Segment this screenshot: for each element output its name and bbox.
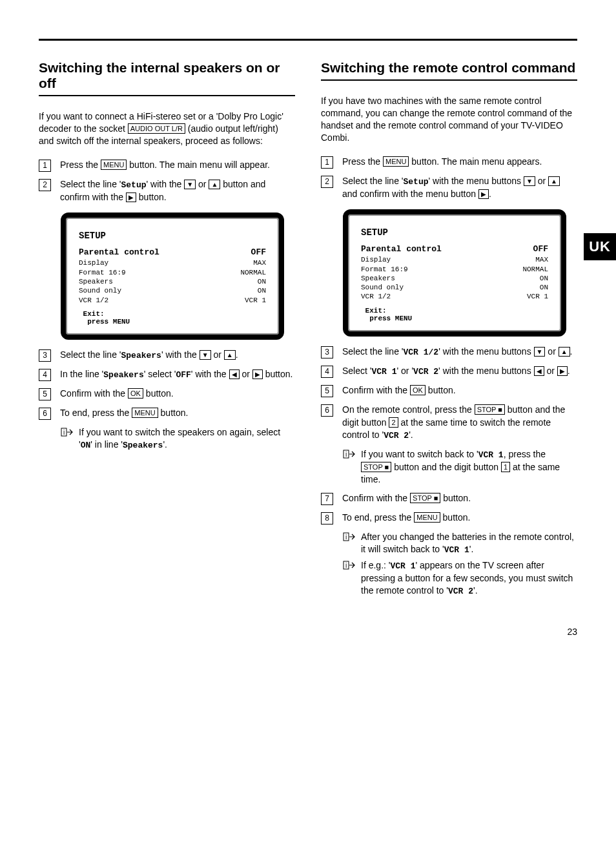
audio-out-key: AUDIO OUT L/R xyxy=(128,123,185,134)
right-arrow-icon: ▶ xyxy=(126,192,136,202)
text: . xyxy=(236,349,238,360)
tip-text: If e.g.: 'VCR 1' appears on the TV scree… xyxy=(361,559,577,597)
step-number: 5 xyxy=(321,385,333,397)
text: Exit: xyxy=(83,310,105,318)
step-6: 6 On the remote control, press the STOP … xyxy=(321,404,577,442)
text: button. xyxy=(143,388,174,399)
text: If e.g.: ' xyxy=(361,560,390,570)
step-number: 4 xyxy=(39,369,51,381)
label: Display xyxy=(361,255,391,264)
text: '. xyxy=(469,544,474,554)
right-arrow-icon: ▶ xyxy=(557,366,568,376)
step-number: 6 xyxy=(321,404,333,417)
text: or xyxy=(211,349,224,360)
step-text: Select 'VCR 1' or 'VCR 2' with the menu … xyxy=(342,365,570,378)
text: Press the xyxy=(60,160,101,170)
text: . xyxy=(570,346,573,357)
screen-row: VCR 1/2VCR 1 xyxy=(361,292,548,301)
mono: VCR 2 xyxy=(448,587,473,596)
value: MAX xyxy=(253,258,266,267)
step-number: 8 xyxy=(321,512,333,524)
text: '. xyxy=(473,585,478,596)
text: ' with the xyxy=(161,349,200,360)
text: Select the line ' xyxy=(342,346,404,357)
label: Format 16:9 xyxy=(79,268,126,277)
top-rule xyxy=(39,39,577,41)
text: On the remote control, press the xyxy=(342,404,475,415)
menu-key: MENU xyxy=(132,408,158,418)
label: Speakers xyxy=(361,274,395,283)
step-2: 2 Select the line 'Setup' with the ▼ or … xyxy=(39,178,295,204)
screen-row: VCR 1/2VCR 1 xyxy=(79,296,266,305)
menu-key: MENU xyxy=(414,512,440,523)
ok-key: OK xyxy=(128,388,143,399)
mono: OFF xyxy=(176,370,190,380)
screen-row: Sound onlyON xyxy=(79,286,266,295)
text: button and the digit button xyxy=(391,462,501,472)
left-arrow-icon: ◀ xyxy=(534,366,544,376)
up-arrow-icon: ▲ xyxy=(548,176,560,186)
step-number: 6 xyxy=(39,408,51,420)
digit-key: 2 xyxy=(389,417,398,428)
text: Confirm with the xyxy=(342,493,410,503)
step-4: 4 In the line 'Speakers' select 'OFF' wi… xyxy=(39,368,295,381)
text: ' in line ' xyxy=(90,439,123,450)
text: In the line ' xyxy=(60,369,103,379)
label: VCR 1/2 xyxy=(79,296,108,305)
screen-row: Format 16:9NORMAL xyxy=(361,265,548,274)
text: button. xyxy=(440,512,471,523)
language-tab: UK xyxy=(584,233,616,260)
right-arrow-icon: ▶ xyxy=(252,369,263,379)
screen-title: SETUP xyxy=(361,227,548,238)
right-intro: If you have two machines with the same r… xyxy=(321,95,577,144)
text: '. xyxy=(409,430,413,440)
step-number: 7 xyxy=(321,493,333,505)
text: ' with the menu buttons xyxy=(438,366,533,376)
text: . xyxy=(489,189,491,199)
mono: VCR 1/2 xyxy=(404,348,439,357)
value: ON xyxy=(540,283,548,292)
value: ON xyxy=(258,277,266,286)
text: or xyxy=(240,369,252,379)
step-1: 1 Press the MENU button. The main menu a… xyxy=(321,156,577,169)
screen-title: SETUP xyxy=(79,231,266,241)
step-number: 4 xyxy=(321,366,333,378)
step-text: Select the line 'Setup' with the ▼ or ▲ … xyxy=(60,178,295,204)
left-column: Switching the internal speakers on or of… xyxy=(39,60,295,601)
mono: Speakers xyxy=(123,441,163,450)
info-arrow-icon: i xyxy=(61,428,74,437)
step-6: 6 To end, press the MENU button. xyxy=(39,407,295,420)
right-heading: Switching the remote control command xyxy=(321,60,577,81)
label: Sound only xyxy=(361,283,404,292)
mono: VCR 1 xyxy=(371,367,396,377)
step-1: 1 Press the MENU button. The main menu w… xyxy=(39,159,295,172)
menu-key: MENU xyxy=(383,156,409,167)
mono: Setup xyxy=(121,180,147,190)
page-number: 23 xyxy=(39,627,577,637)
tip: i If you want to switch back to 'VCR 1, … xyxy=(343,448,577,485)
mono: Setup xyxy=(404,177,429,187)
down-arrow-icon: ▼ xyxy=(184,180,196,189)
tip-text: If you want to switch back to 'VCR 1, pr… xyxy=(361,448,577,485)
menu-key: MENU xyxy=(101,160,127,170)
value: VCR 1 xyxy=(245,296,266,305)
setup-screen-left: SETUP Parental controlOFF DisplayMAX For… xyxy=(61,213,284,339)
step-text: Press the MENU button. The main menu app… xyxy=(342,156,542,169)
right-arrow-icon: ▶ xyxy=(478,189,489,199)
mono: Speakers xyxy=(121,351,161,360)
mono: VCR 2 xyxy=(384,431,409,441)
text: To end, press the xyxy=(60,408,132,418)
screen-row: DisplayMAX xyxy=(361,255,548,264)
ok-key: OK xyxy=(410,385,426,395)
svg-text:i: i xyxy=(345,534,347,541)
screen-row: DisplayMAX xyxy=(79,258,266,267)
text: , press the xyxy=(504,449,546,459)
label: Sound only xyxy=(79,286,121,295)
label: Parental control xyxy=(79,247,159,258)
step-number: 5 xyxy=(39,388,51,400)
step-text: In the line 'Speakers' select 'OFF' with… xyxy=(60,368,293,381)
step-text: Select the line 'Setup' with the menu bu… xyxy=(342,175,577,201)
screen-row: Parental controlOFF xyxy=(361,244,548,255)
up-arrow-icon: ▲ xyxy=(224,350,236,360)
mono: VCR 2 xyxy=(413,367,438,377)
